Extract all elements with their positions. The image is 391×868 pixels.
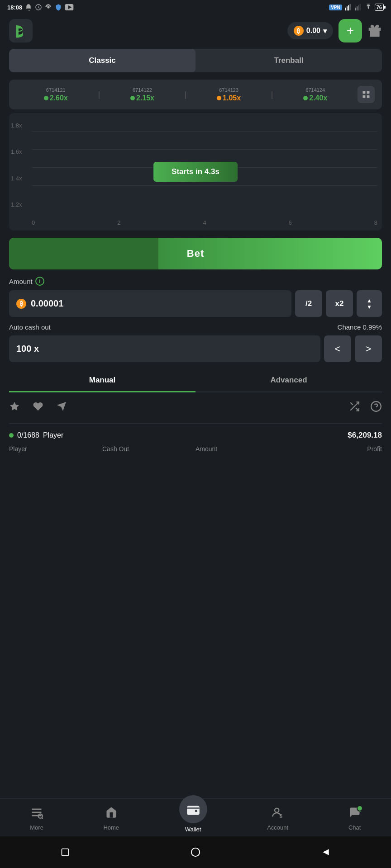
bitcoin-icon: ₿	[294, 26, 304, 36]
svg-rect-30	[62, 849, 69, 856]
bet-button[interactable]: Bet	[9, 238, 382, 269]
round-mult-2: 2.15x	[136, 94, 154, 102]
chat-icon	[348, 806, 361, 821]
android-back-icon	[321, 848, 330, 857]
stepper-up-icon: ▲	[367, 298, 372, 303]
amount-info-icon[interactable]: i	[35, 277, 44, 286]
status-time: 18:08	[7, 4, 74, 11]
round-mult-3: 1.05x	[223, 94, 241, 102]
players-count: 0/1688 Player	[9, 431, 63, 439]
shuffle-icon	[348, 401, 360, 412]
home-icon	[105, 806, 118, 821]
action-icons-row	[9, 392, 382, 424]
help-button[interactable]	[370, 401, 382, 415]
heart-button[interactable]	[33, 401, 43, 415]
android-home-button[interactable]	[186, 842, 205, 862]
svg-point-31	[191, 848, 200, 856]
svg-line-24	[42, 818, 43, 819]
starts-banner: Starts in 4.3s	[153, 162, 238, 182]
bell-icon	[25, 4, 32, 11]
autocashout-input[interactable]: 100 x	[9, 335, 320, 362]
chance-label: Chance 0.99%	[338, 323, 382, 331]
amount-input[interactable]: ₿ 0.00001	[9, 290, 291, 317]
svg-rect-12	[367, 91, 370, 94]
nav-home[interactable]: Home	[103, 806, 119, 831]
youtube-icon	[65, 4, 74, 10]
balance-button[interactable]: ₿ 0.00 ▾	[287, 22, 333, 39]
svg-rect-13	[363, 95, 366, 98]
nav-chat-label: Chat	[348, 824, 361, 831]
more-icon	[30, 806, 43, 821]
bet-label: Bet	[187, 248, 204, 259]
svg-rect-25	[187, 806, 200, 815]
balance-dropdown-arrow: ▾	[323, 27, 327, 35]
android-square-button[interactable]	[55, 842, 75, 862]
tab-manual[interactable]: Manual	[9, 369, 196, 392]
house-icon	[105, 806, 118, 819]
nav-more-label: More	[30, 824, 43, 831]
col-profit: Profit	[289, 445, 382, 453]
android-square-icon	[61, 848, 70, 857]
tab-advanced[interactable]: Advanced	[196, 369, 382, 392]
chart-x-labels: 0 2 4 6 8	[32, 219, 382, 226]
grid-line-2	[32, 149, 377, 150]
autocashout-decrease-button[interactable]: <	[324, 335, 351, 362]
svg-rect-14	[367, 95, 370, 98]
star-button[interactable]	[9, 401, 20, 415]
bet-button-wrap: Bet	[9, 238, 382, 269]
round-item-3[interactable]: 6714123 1.05x	[189, 87, 268, 102]
autocashout-row: 100 x < >	[9, 335, 382, 362]
nav-account[interactable]: $ Account	[267, 806, 288, 831]
grid-icon	[362, 90, 371, 99]
amount-stepper[interactable]: ▲ ▼	[357, 290, 382, 317]
amount-value: 0.00001	[31, 298, 63, 309]
mode-tabs: Manual Advanced	[9, 369, 382, 392]
nav-more[interactable]: More	[30, 806, 43, 831]
gift-icon	[367, 24, 382, 38]
stepper-down-icon: ▼	[367, 304, 372, 310]
time-display: 18:08	[7, 4, 22, 11]
android-circle-icon	[191, 847, 200, 857]
round-mult-4: 2.40x	[309, 94, 327, 102]
round-item-2[interactable]: 6714122 2.15x	[103, 87, 181, 102]
nav-wallet-label: Wallet	[185, 826, 201, 833]
double-button[interactable]: x2	[326, 290, 353, 317]
svg-marker-32	[323, 849, 329, 855]
status-bar: 18:08 VPN	[0, 0, 391, 14]
svg-rect-5	[348, 5, 349, 10]
android-back-button[interactable]	[316, 842, 336, 862]
heart-icon	[33, 401, 43, 412]
round-item-1[interactable]: 6714121 2.60x	[16, 87, 95, 102]
svg-rect-3	[345, 8, 346, 11]
svg-rect-6	[349, 4, 350, 11]
chat-bubble-icon	[348, 806, 361, 819]
autocashout-value: 100 x	[16, 344, 39, 354]
shuffle-button[interactable]	[348, 401, 360, 415]
gift-button[interactable]	[367, 24, 382, 38]
nav-chat[interactable]: Chat	[348, 806, 361, 831]
btc-icon-amount: ₿	[16, 299, 26, 309]
col-amount: Amount	[196, 445, 289, 453]
autocashout-increase-button[interactable]: >	[355, 335, 382, 362]
halve-button[interactable]: /2	[295, 290, 322, 317]
header-actions: ₿ 0.00 ▾ +	[287, 19, 382, 42]
online-count: 0/1688	[17, 431, 39, 439]
players-header: 0/1688 Player $6,209.18	[9, 431, 382, 445]
wallet-circle	[179, 795, 207, 823]
help-icon	[370, 401, 382, 412]
history-grid-button[interactable]	[358, 86, 375, 103]
game-tabs: Classic Trenball	[9, 49, 382, 72]
bottom-nav: More Home Wallet $ Account	[0, 798, 391, 836]
svg-rect-8	[357, 6, 358, 10]
tab-classic[interactable]: Classic	[9, 49, 196, 72]
round-item-4[interactable]: 6714124 2.40x	[276, 87, 355, 102]
signal2-icon	[355, 4, 362, 11]
tab-trenball[interactable]: Trenball	[196, 49, 382, 72]
send-button[interactable]	[56, 401, 67, 415]
round-dot-4	[303, 96, 308, 100]
wallet-icon	[186, 802, 200, 816]
nav-wallet[interactable]: Wallet	[179, 804, 207, 833]
app-logo[interactable]	[9, 19, 33, 42]
add-funds-button[interactable]: +	[339, 19, 362, 42]
chart-area: 1.8x 1.6x 1.4x 1.2x Starts in 4.3s 0 2 4…	[9, 113, 382, 231]
